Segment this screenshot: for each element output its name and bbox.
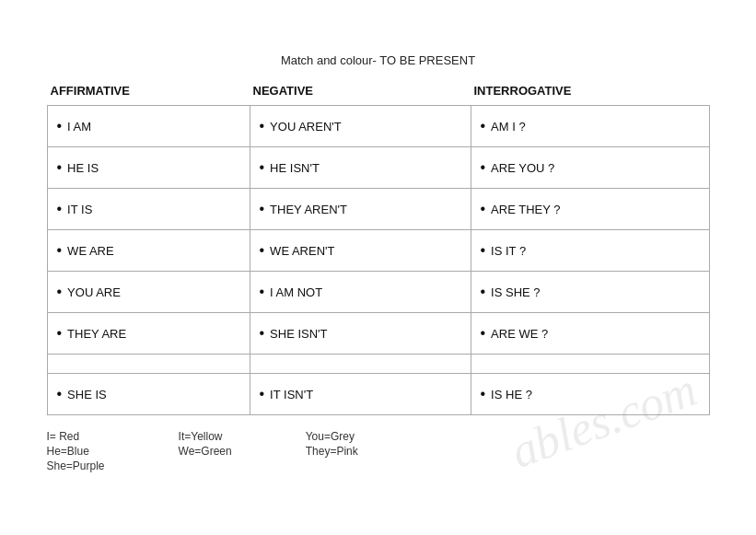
bullet-icon: •: [57, 202, 63, 216]
cell-neg-3: •WE AREN'T: [250, 230, 471, 272]
bullet-icon: •: [260, 285, 265, 299]
bullet-icon: •: [260, 202, 265, 216]
page: Match and colour- TO BE PRESENT AFFIRMAT…: [19, 35, 738, 500]
cell-aff-5: •THEY ARE: [47, 313, 250, 355]
main-table: •I AM•YOU AREN'T•AM I ?•HE IS•HE ISN'T•A…: [47, 105, 710, 415]
page-title: Match and colour- TO BE PRESENT: [47, 53, 710, 67]
table-row: •I AM•YOU AREN'T•AM I ?: [47, 106, 709, 147]
bullet-icon: •: [481, 160, 486, 175]
cell-neg-5: •SHE ISN'T: [250, 313, 471, 355]
cell-text: IS SHE ?: [491, 285, 540, 299]
header-affirmative: AFFIRMATIVE: [47, 84, 250, 98]
bullet-icon: •: [260, 243, 265, 258]
cell-text: IS IT ?: [491, 244, 526, 258]
bullet-icon: •: [57, 119, 63, 134]
table-row: [47, 355, 709, 374]
cell-text: IT IS: [67, 203, 92, 216]
legend-item: It=Yellow: [179, 430, 232, 443]
column-headers: AFFIRMATIVE NEGATIVE INTERROGATIVE: [47, 84, 710, 98]
bullet-icon: •: [57, 387, 63, 401]
cell-inter-6: [471, 355, 709, 374]
bullet-icon: •: [481, 202, 486, 216]
cell-neg-0: •YOU AREN'T: [250, 106, 471, 147]
cell-text: ARE YOU ?: [491, 161, 554, 175]
cell-text: IT ISN'T: [270, 388, 313, 401]
cell-text: SHE ISN'T: [270, 327, 327, 341]
cell-text: WE AREN'T: [270, 244, 334, 258]
cell-text: THEY ARE: [67, 327, 126, 341]
bullet-icon: •: [57, 243, 63, 258]
legend-item: He=Blue: [47, 445, 105, 458]
legend-item: I= Red: [47, 430, 105, 443]
table-row: •IT IS•THEY AREN'T•ARE THEY ?: [47, 189, 709, 230]
cell-text: IS HE ?: [491, 388, 532, 401]
cell-inter-3: •IS IT ?: [471, 230, 709, 272]
legend-area: I= RedHe=BlueShe=Purple It=YellowWe=Gree…: [47, 430, 710, 472]
bullet-icon: •: [260, 160, 265, 175]
bullet-icon: •: [57, 326, 63, 341]
cell-text: SHE IS: [67, 388, 107, 401]
table-row: •SHE IS•IT ISN'T•IS HE ?: [47, 374, 709, 415]
cell-neg-6: [250, 355, 471, 374]
cell-text: YOU AREN'T: [270, 120, 342, 134]
cell-aff-6: [47, 355, 250, 374]
cell-aff-2: •IT IS: [47, 189, 250, 230]
cell-text: ARE WE ?: [491, 327, 548, 341]
cell-inter-4: •IS SHE ?: [471, 272, 709, 313]
cell-aff-7: •SHE IS: [47, 374, 250, 415]
bullet-icon: •: [57, 285, 63, 299]
legend-col-3: You=GreyThey=Pink: [306, 430, 358, 472]
cell-aff-3: •WE ARE: [47, 230, 250, 272]
legend-col-2: It=YellowWe=Green: [179, 430, 232, 472]
cell-inter-1: •ARE YOU ?: [471, 147, 709, 189]
legend-item: You=Grey: [306, 430, 358, 443]
cell-aff-4: •YOU ARE: [47, 272, 250, 313]
cell-neg-4: •I AM NOT: [250, 272, 471, 313]
cell-inter-0: •AM I ?: [471, 106, 709, 147]
header-negative: NEGATIVE: [250, 84, 471, 98]
legend-item: She=Purple: [47, 459, 105, 472]
bullet-icon: •: [260, 326, 265, 341]
bullet-icon: •: [481, 119, 486, 134]
cell-aff-1: •HE IS: [47, 147, 250, 189]
cell-text: AM I ?: [491, 120, 526, 134]
cell-neg-2: •THEY AREN'T: [250, 189, 471, 230]
legend-col-1: I= RedHe=BlueShe=Purple: [47, 430, 105, 472]
cell-inter-5: •ARE WE ?: [471, 313, 709, 355]
cell-inter-7: •IS HE ?: [471, 374, 709, 415]
bullet-icon: •: [481, 285, 486, 299]
cell-inter-2: •ARE THEY ?: [471, 189, 709, 230]
legend-item: They=Pink: [306, 445, 358, 458]
table-row: •WE ARE•WE AREN'T•IS IT ?: [47, 230, 709, 272]
cell-text: WE ARE: [67, 244, 114, 258]
bullet-icon: •: [260, 119, 265, 134]
bullet-icon: •: [57, 160, 63, 175]
cell-text: HE ISN'T: [270, 161, 320, 175]
cell-text: THEY AREN'T: [270, 203, 347, 216]
cell-text: ARE THEY ?: [491, 203, 560, 216]
bullet-icon: •: [260, 387, 265, 401]
cell-neg-7: •IT ISN'T: [250, 374, 471, 415]
table-row: •HE IS•HE ISN'T•ARE YOU ?: [47, 147, 709, 189]
cell-text: YOU ARE: [67, 285, 121, 299]
header-interrogative: INTERROGATIVE: [471, 84, 710, 98]
table-row: •YOU ARE•I AM NOT•IS SHE ?: [47, 272, 709, 313]
table-row: •THEY ARE•SHE ISN'T•ARE WE ?: [47, 313, 709, 355]
cell-text: I AM NOT: [270, 285, 322, 299]
bullet-icon: •: [481, 326, 486, 341]
cell-neg-1: •HE ISN'T: [250, 147, 471, 189]
legend-item: We=Green: [179, 445, 232, 458]
cell-text: I AM: [67, 120, 91, 134]
bullet-icon: •: [481, 243, 486, 258]
bullet-icon: •: [481, 387, 486, 401]
cell-text: HE IS: [67, 161, 99, 175]
cell-aff-0: •I AM: [47, 106, 250, 147]
